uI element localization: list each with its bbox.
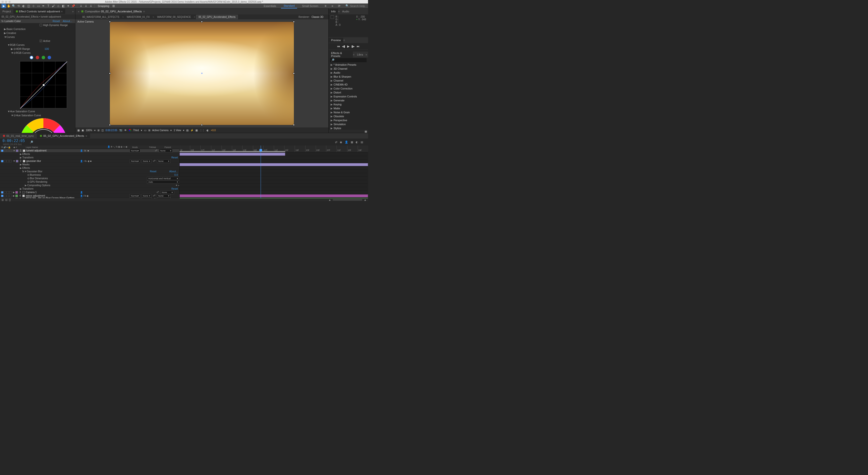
workspace-essentials[interactable]: Essentials [261,4,279,8]
video-col-icon[interactable]: 👁 [1,146,3,149]
snapping-toggle-icon[interactable]: ⊞ [111,4,116,8]
ruler-tick[interactable]: 23f [305,146,316,152]
toggle-modes-icon[interactable]: ⊟ [5,198,7,201]
local-axis-icon[interactable]: ⅄ [79,4,83,8]
timeline-icon[interactable]: ▦ [195,129,198,132]
effects-category[interactable]: ▶ Stylize [329,126,368,130]
effects-category[interactable]: ▶ Expression Controls [329,94,368,98]
transform-handle[interactable] [201,21,203,23]
preview-tab[interactable]: Preview [329,38,343,43]
libraries-tab[interactable]: Libra [354,52,365,57]
camera-tool-icon[interactable]: ◫ [26,4,31,8]
disclosure-icon[interactable]: ▼ [11,114,13,117]
col-layer-name[interactable]: Layer Name [25,146,107,149]
disclosure-icon[interactable]: ▶ [4,28,6,31]
label-col-icon[interactable]: ◆ [13,146,15,149]
motion-blur-icon[interactable]: ◐ [355,140,358,144]
prev-frame-icon[interactable]: ◂▮ [342,44,345,48]
brush-tool-icon[interactable]: 🖌 [51,4,56,8]
effects-category[interactable]: ▶ Simulation [329,122,368,126]
curve-blue-icon[interactable] [48,56,51,59]
effects-category[interactable]: ▶ CINEMA 4D [329,83,368,87]
effect-property[interactable]: ⊙ Blurriness0.0 [0,173,179,177]
current-time[interactable]: 0:00:22:05 [106,129,117,132]
parent-dropdown[interactable]: None ▾ [160,191,174,194]
ruler-tick[interactable]: 03f [316,146,326,152]
effect-instance[interactable]: fx ▼ Gaussian BlurResetAbout... [0,170,179,173]
timeline-timecode[interactable]: 0:00:22:05 [2,138,25,143]
disclosure-icon[interactable]: ▼ [4,35,6,38]
layer-bar[interactable] [180,153,285,156]
flowchart-icon[interactable]: ⋮⋮ [199,129,205,132]
solo-col-icon[interactable]: ● [6,146,8,149]
blur-dim-dropdown[interactable]: Horizontal and Vertical ▾ [147,177,179,180]
resolution-dropdown[interactable]: Third [133,129,139,132]
panel-chevron-icon[interactable]: » [72,10,75,13]
composition-canvas[interactable]: ✦ [110,22,294,125]
col-mode[interactable]: Mode [132,146,147,149]
effect-controls-tab[interactable]: Effect Controls lumetri adjustment ≡ [13,9,65,14]
resolution-icon[interactable]: ⊞ [97,129,99,132]
composition-tab-label[interactable]: Composition [85,10,100,13]
zoom-in-timeline-icon[interactable]: ▲ [364,198,367,201]
transform-handle[interactable] [109,21,111,23]
sync-settings-icon[interactable]: ⟳ [337,4,341,8]
info-tab[interactable]: Info [329,9,338,14]
puppet-tool-icon[interactable]: 📌 [71,4,75,8]
last-frame-icon[interactable]: ⏭ [356,44,360,48]
zoom-out-timeline-icon[interactable]: ▲ [328,198,331,201]
crumb-2[interactable]: WAVEFORM_00_SEQUENCE [155,15,193,19]
parent-dropdown[interactable]: None ▾ [157,159,170,163]
clone-tool-icon[interactable]: ⎌ [56,4,61,8]
reset-link[interactable]: Reset [51,20,61,23]
crumb-1[interactable]: WAVEFORM_01_FX [125,15,152,19]
panel-chevron-icon[interactable]: » [366,53,368,56]
draft-3d-icon[interactable]: ◉ [340,140,342,144]
effects-category[interactable]: ▶ Noise & Grain [329,110,368,114]
about-link[interactable]: About... [61,20,74,23]
effects-category[interactable]: ▶ Keying [329,102,368,106]
ruler-tick[interactable]: 19f [358,146,368,152]
blend-mode-dropdown[interactable]: Norma ▾ [130,149,140,153]
hide-shy-icon[interactable]: 👤 [345,140,348,144]
snapping-label[interactable]: Snapping [96,4,111,7]
selection-tool-icon[interactable]: ▶ [1,4,6,8]
workspace-standard[interactable]: Standard [281,3,297,8]
zoom-tool-icon[interactable]: 🔍 [11,4,16,8]
effects-presets-list[interactable]: ▶ * Animation Presets▶ 3D Channel▶ Audio… [329,63,368,130]
effects-search-input[interactable]: 🔎 [330,58,367,62]
zoom-window-icon[interactable] [8,1,11,3]
effects-category[interactable]: ▶ 3D Channel [329,67,368,71]
timeline-zoom-slider[interactable] [333,199,362,200]
effects-category[interactable]: ▶ Generate [329,98,368,102]
crumb-3[interactable]: 05_02_GPU_Accelerated_Effects [196,15,238,19]
hdr-checkbox[interactable] [40,24,42,26]
blend-mode-dropdown[interactable]: Norma ▾ [130,194,140,198]
ruler-tick[interactable]: 15f [347,146,358,152]
orbit-tool-icon[interactable]: ⟲ [17,4,21,8]
comp-flowchart-icon[interactable]: ⇄ [335,140,337,144]
workspace-small-screen[interactable]: Small Screen [300,4,321,8]
ruler-tick[interactable]: 07f [326,146,337,152]
composition-viewer[interactable]: Active Camera ✦ [75,19,328,127]
layer-property[interactable]: ▶ Effects [0,166,179,170]
transform-handle[interactable] [201,124,203,126]
gpu-dropdown[interactable]: Auto ▾ [147,180,179,184]
crumb-0[interactable]: 00_WAVEFORM_ALL_EFFECTS [80,15,121,19]
shape-tool-icon[interactable]: ▭ [36,4,41,8]
effects-category[interactable]: ▶ Perspective [329,118,368,122]
active-checkbox[interactable]: ✓ [40,40,42,42]
minimize-window-icon[interactable] [5,1,7,3]
transparency-grid-icon[interactable]: ▣ [82,129,84,132]
layer-property[interactable]: ▶ TransformReset [0,187,179,191]
roto-tool-icon[interactable]: ✦ [66,4,70,8]
shy-switch-icon[interactable]: 👤 [107,146,110,149]
effects-category[interactable]: ▶ Audio [329,71,368,75]
curve-red-icon[interactable] [36,56,39,59]
type-tool-icon[interactable]: T [46,4,51,8]
next-frame-icon[interactable]: ▮▸ [351,44,354,48]
effects-category[interactable]: ▶ Distort [329,91,368,94]
effect-property[interactable]: ⊙ Blur DimensionsHorizontal and Vertical… [0,177,179,180]
transform-handle[interactable] [109,124,111,126]
trkmat-dropdown[interactable]: None ▾ [142,194,152,198]
